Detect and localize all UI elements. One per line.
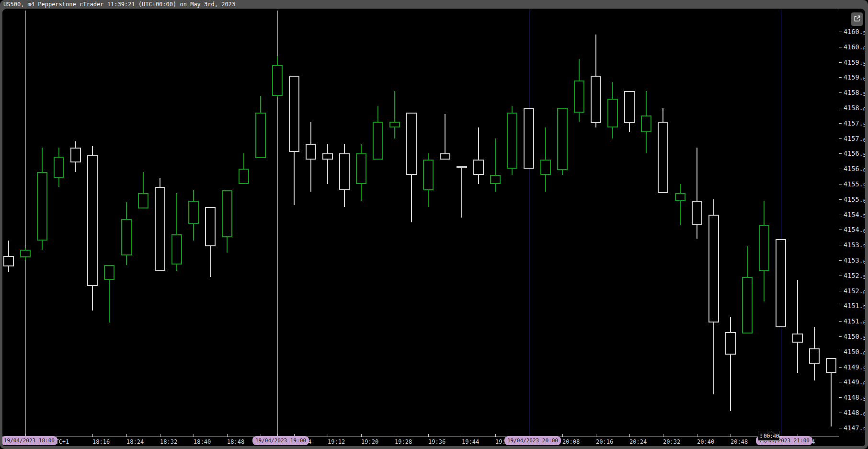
candle-bull (121, 219, 132, 255)
candle-bear (322, 153, 333, 160)
candle-bull (641, 115, 651, 132)
price-label: 4147.5 (844, 425, 865, 433)
candle-bull (423, 160, 434, 190)
hour-date-label: 19/04/2023 20:00 (504, 436, 561, 445)
price-tick (839, 291, 842, 291)
time-tick (428, 434, 429, 437)
time-tick (194, 434, 194, 437)
time-label: 18:32 (160, 438, 177, 445)
hour-date-label: 19/04/2023 18:00 (2, 436, 57, 445)
price-label: 4148.5 (844, 394, 865, 403)
price-tick (839, 32, 842, 32)
time-tick (629, 434, 630, 437)
drag-handle-icon[interactable] (759, 433, 763, 438)
detach-chart-button[interactable] (851, 12, 863, 26)
price-tick (839, 199, 842, 200)
time-label: 20:24 (629, 438, 647, 445)
time-label: 20:40 (697, 438, 714, 445)
price-label: 4148.0 (844, 409, 865, 418)
candle-wick (327, 144, 328, 184)
time-tick (395, 434, 395, 437)
hour-date-label: 19/04/2023 19:00 (252, 436, 309, 445)
price-tick (839, 382, 842, 382)
window-title: US500, m4 Pepperstone cTrader 11:39:21 (… (0, 0, 868, 9)
candle-bear (809, 348, 820, 364)
time-label: 19:12 (328, 438, 345, 445)
candle-bull (138, 193, 148, 208)
price-tick (839, 47, 842, 47)
candle-bear (306, 144, 316, 160)
price-tick (839, 230, 842, 230)
open-in-new-window-icon (854, 15, 861, 24)
price-label: 4152.0 (844, 288, 865, 296)
candle-bull (490, 175, 501, 184)
hour-gridline (529, 11, 529, 437)
candle-bear (658, 122, 668, 194)
price-label: 4158.0 (844, 104, 865, 113)
price-label: 4150.0 (844, 348, 865, 357)
price-tick (839, 260, 842, 261)
candle-bear (776, 239, 786, 327)
time-label: 18:40 (194, 438, 211, 445)
candle-bull (188, 201, 199, 224)
candle-bull (540, 160, 551, 175)
price-tick (839, 352, 842, 352)
chart-canvas[interactable]: 4160.54160.04159.54159.04158.54158.04157… (2, 9, 865, 446)
time-label: 20:08 (562, 438, 580, 445)
candle-wick (680, 184, 681, 225)
time-label: 19:28 (395, 438, 412, 445)
candle-bull (104, 265, 114, 280)
candle-bull (272, 65, 283, 96)
candle-bull (607, 99, 618, 127)
candle-bull (356, 153, 366, 184)
bar-countdown-tooltip: 00:40 (758, 431, 779, 441)
price-label: 4155.5 (844, 181, 865, 189)
price-label: 4154.5 (844, 211, 865, 220)
time-label: 18:48 (227, 438, 244, 445)
candle-bull (20, 250, 31, 257)
time-tick (663, 434, 663, 437)
time-tick (160, 434, 160, 437)
candle-bear (440, 153, 450, 160)
time-axis-line (2, 437, 839, 437)
tooltip-caret-up-icon (767, 427, 776, 437)
candle-bull (574, 81, 584, 113)
candle-bear (591, 76, 601, 123)
window-frame-right (865, 9, 868, 449)
ctrader-chart-window: US500, m4 Pepperstone cTrader 11:39:21 (… (0, 0, 868, 449)
candle-bull (675, 193, 685, 201)
candle-bear (3, 256, 14, 266)
candle-bull (37, 172, 47, 241)
price-label: 4152.5 (844, 272, 865, 281)
price-tick (839, 397, 842, 398)
time-tick (596, 434, 596, 437)
candle-bear (339, 153, 350, 190)
time-tick (328, 434, 328, 437)
price-label: 4150.5 (844, 333, 865, 342)
price-label: 4159.5 (844, 59, 865, 68)
time-tick (562, 434, 563, 437)
time-tick (462, 434, 462, 437)
price-label: 4151.0 (844, 318, 865, 326)
candle-bear (87, 155, 98, 287)
price-label: 4156.0 (844, 165, 865, 174)
price-label: 4154.0 (844, 226, 865, 235)
candle-wick (478, 127, 479, 184)
hour-gridline (25, 11, 26, 437)
time-tick (731, 434, 731, 437)
price-label: 4160.5 (844, 28, 865, 37)
candle-bear (826, 358, 836, 373)
price-tick (839, 169, 842, 169)
price-label: 4156.5 (844, 150, 865, 159)
time-label: 20:48 (731, 438, 748, 445)
candle-bear (473, 160, 484, 175)
price-tick (839, 215, 842, 215)
time-label: 19:36 (428, 438, 445, 445)
price-tick (839, 123, 842, 124)
time-label: 19:44 (462, 438, 479, 445)
price-tick (839, 321, 842, 322)
price-label: 4159.0 (844, 74, 865, 82)
price-tick (839, 276, 842, 276)
price-tick (839, 153, 842, 154)
time-tick (126, 434, 127, 437)
